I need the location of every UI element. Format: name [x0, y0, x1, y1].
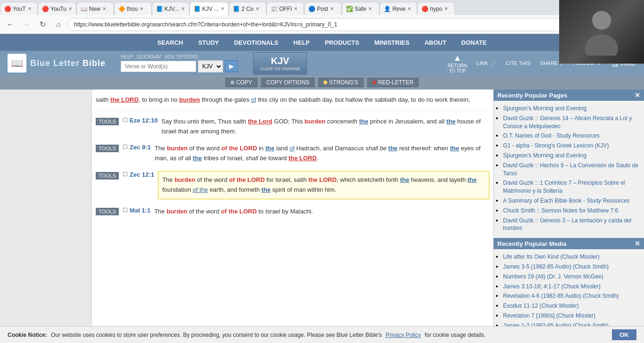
popular-page-link-8[interactable]: A Summary of Each Bible Book - Study Res…	[503, 197, 630, 204]
nav-donate[interactable]: DONATE	[454, 34, 495, 51]
tab-safe[interactable]: ✅ Safe ✕	[342, 2, 380, 15]
popular-media-link-5[interactable]: Revelation 4-6 (1982-85 Audio) (Chuck Sm…	[503, 293, 619, 299]
the-zec12[interactable]: the	[400, 176, 409, 183]
tab-close-kjv2[interactable]: ✕	[221, 6, 224, 11]
nav-search[interactable]: SEARCH	[149, 34, 190, 51]
popular-media-link-2[interactable]: James 3-5 (1982-85 Audio) (Chuck Smith)	[503, 263, 609, 270]
popular-page-link-9[interactable]: Chuck Smith :: Sermon Notes for Matthew …	[503, 207, 618, 214]
tools-button-eze12[interactable]: TOOLS	[96, 118, 119, 125]
tab-reve[interactable]: 👤 Reve ✕	[380, 2, 417, 15]
cite-action[interactable]: CITE THIS	[506, 60, 531, 66]
nav-devotionals[interactable]: DEVOTIONALS	[226, 34, 286, 51]
tab-close-new[interactable]: ✕	[102, 6, 106, 11]
popular-pages-close[interactable]: ✕	[635, 91, 640, 99]
tab-2co[interactable]: 📘 2 Co ✕	[229, 2, 266, 15]
burden-eze12[interactable]: burden	[305, 118, 325, 125]
verse-ref-eze12[interactable]: Eze 12:10	[130, 117, 157, 124]
popular-media-link-1[interactable]: Life after Its Own Kind (Chuck Missler)	[503, 253, 600, 260]
tab-hypo[interactable]: 🔴 hypo ✕	[417, 2, 455, 15]
checkbox-zec9[interactable]: ☐	[123, 144, 128, 150]
tab-new[interactable]: 📖 New ✕	[76, 2, 114, 15]
of-lord-mal1[interactable]: of the LORD	[221, 208, 257, 215]
burden-zec9[interactable]: burden	[167, 145, 188, 152]
search-go-button[interactable]: ▶	[225, 60, 238, 72]
privacy-policy-link[interactable]: Privacy Policy	[386, 332, 421, 338]
popular-media-link-4[interactable]: James 3:13-18; 4:1-17 (Chuck Missler)	[503, 283, 601, 290]
verse-search-input[interactable]	[121, 61, 196, 72]
popular-page-link-6[interactable]: David Guzik :: Hechos 9 – La Conversión …	[503, 162, 638, 177]
kjv-version-button[interactable]: KJV CLICK TO CHANGE	[253, 52, 307, 74]
nav-study[interactable]: STUDY	[190, 34, 226, 51]
tab-close-2[interactable]: ✕	[68, 6, 72, 11]
popular-page-link-7[interactable]: David Guzik :: 1 Corintios 7 – Principio…	[503, 180, 625, 194]
popular-page-link-1[interactable]: Spurgeon's Morning and Evening	[503, 105, 586, 112]
checkbox-eze12[interactable]: ☐	[123, 117, 128, 123]
popular-page-link-5[interactable]: Spurgeon's Morning and Evening	[503, 152, 586, 159]
the3-zec9[interactable]: the	[450, 145, 459, 152]
tools-button-zec12[interactable]: TOOLS	[96, 172, 119, 180]
url-input[interactable]	[74, 21, 588, 28]
the-zec9[interactable]: the	[265, 145, 275, 152]
tab-close-post[interactable]: ✕	[330, 6, 334, 11]
reload-button[interactable]: ↻	[36, 18, 49, 31]
checkbox-mal1[interactable]: ☐	[123, 207, 128, 213]
nav-products[interactable]: PRODUCTS	[317, 34, 367, 51]
copy-options-button[interactable]: COPY OPTIONS	[261, 78, 314, 87]
address-bar[interactable]	[68, 18, 594, 31]
the2-zec9[interactable]: the	[388, 145, 398, 152]
tab-offi[interactable]: 📰 OFFI ✕	[266, 2, 304, 15]
the-lord-zec9[interactable]: the LORD	[289, 155, 317, 162]
popular-media-link-3[interactable]: Numbers 29 (All) (Dr. J. Vernon McGee)	[503, 273, 603, 280]
nav-help[interactable]: HELP	[286, 34, 317, 51]
tab-post[interactable]: 🔵 Post ✕	[304, 2, 342, 15]
version-select[interactable]: KJV	[198, 60, 223, 73]
tab-kjv2[interactable]: 📘 KJV ... ✕	[190, 2, 229, 15]
cookie-ok-button[interactable]: OK	[612, 329, 636, 340]
of-the-zec12[interactable]: of the	[192, 186, 208, 193]
tab-youtube-2[interactable]: 🔴 YouTu ✕	[38, 2, 76, 15]
tab-close-hypo[interactable]: ✕	[444, 6, 448, 11]
verse-ref-mal1[interactable]: Mal 1:1	[130, 207, 150, 214]
checkbox-zec12[interactable]: ☐	[123, 171, 128, 178]
nav-about[interactable]: ABOUT	[417, 34, 454, 51]
tab-close-offi[interactable]: ✕	[294, 6, 297, 11]
popular-media-close[interactable]: ✕	[635, 240, 640, 247]
of-lord-zec12[interactable]: of the LORD	[229, 176, 265, 183]
verse-ref-zec9[interactable]: Zec 9:1	[130, 144, 151, 151]
of-zec9[interactable]: of	[289, 145, 295, 152]
popular-page-link-10[interactable]: David Guzik :: Génesis 3 – La tentación …	[503, 217, 631, 232]
back-button[interactable]: ←	[4, 18, 17, 31]
strongs-button[interactable]: STRONG'S	[318, 78, 363, 87]
tab-youtube-1[interactable]: 🔴 YouT ✕	[0, 2, 38, 15]
tab-thou[interactable]: 🔶 thou ✕	[114, 2, 152, 15]
copy-button[interactable]: COPY	[225, 78, 257, 87]
tab-kjv1[interactable]: 📘 KJV... ✕	[152, 2, 190, 15]
tools-button-zec9[interactable]: TOOLS	[96, 145, 119, 152]
tab-close-2co[interactable]: ✕	[256, 6, 259, 11]
link-action[interactable]: LINK 🔗	[477, 60, 496, 66]
red-letter-button[interactable]: RED-LETTER	[367, 78, 419, 87]
popular-page-link-3[interactable]: O.T. Names of God - Study Resources	[503, 132, 600, 139]
the-eze12[interactable]: the	[359, 118, 369, 125]
popular-page-link-4[interactable]: G1 - alpha - Strong's Greek Lexicon (KJV…	[503, 142, 609, 149]
popular-media-link-7[interactable]: Revelation 7 [1990s] (Chuck Missler)	[503, 312, 595, 319]
popular-media-link-6[interactable]: Exodus 11-12 (Chuck Missler)	[503, 302, 579, 309]
the-lord2-zec12[interactable]: the LORD	[308, 176, 337, 183]
forward-button[interactable]: →	[20, 18, 33, 31]
tab-close-thou[interactable]: ✕	[140, 6, 143, 11]
tab-close-kjv1[interactable]: ✕	[181, 6, 185, 11]
lord-eze12[interactable]: the Lord	[248, 118, 272, 125]
tab-close[interactable]: ✕	[28, 6, 32, 11]
burden-zec12[interactable]: burden	[174, 176, 195, 183]
the3-zec12[interactable]: the	[261, 186, 271, 193]
the4-zec9[interactable]: the	[193, 155, 202, 162]
return-to-top[interactable]: ▲ RETURNTO TOP	[447, 53, 467, 74]
the2-eze12[interactable]: the	[446, 118, 456, 125]
tab-close-safe[interactable]: ✕	[368, 6, 372, 11]
nav-ministries[interactable]: MINISTRIES	[367, 34, 417, 51]
of-lord-zec9[interactable]: of the LORD	[222, 145, 257, 152]
verse-ref-zec12[interactable]: Zec 12:1	[130, 171, 154, 178]
popular-page-link-2[interactable]: David Guzik :: Génesis 14 – Abram Rescat…	[503, 115, 632, 130]
home-button[interactable]: ⌂	[52, 18, 65, 31]
tab-close-reve[interactable]: ✕	[407, 6, 411, 11]
